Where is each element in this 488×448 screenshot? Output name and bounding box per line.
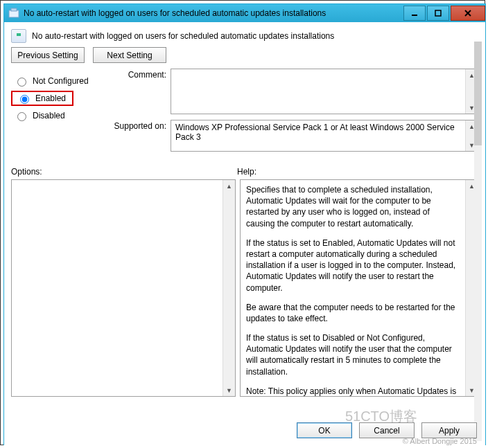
previous-setting-button[interactable]: Previous Setting xyxy=(11,47,85,63)
help-paragraph: If the status is set to Enabled, Automat… xyxy=(246,238,460,294)
titlebar: No auto-restart with logged on users for… xyxy=(4,4,485,22)
state-radio-group: Not Configured Enabled Disabled xyxy=(11,69,104,152)
radio-disabled-input[interactable] xyxy=(17,112,26,121)
svg-rect-1 xyxy=(11,8,17,11)
help-panel: Specifies that to complete a scheduled i… xyxy=(240,179,478,397)
radio-not-configured[interactable]: Not Configured xyxy=(11,74,104,88)
supported-on-text: Windows XP Professional Service Pack 1 o… xyxy=(171,120,465,151)
radio-not-configured-label: Not Configured xyxy=(33,76,89,86)
comment-label: Comment: xyxy=(108,69,166,80)
policy-name: No auto-restart with logged on users for… xyxy=(32,31,334,41)
options-panel: ▲ ▼ xyxy=(11,179,236,397)
scroll-down-icon[interactable]: ▼ xyxy=(223,384,235,396)
dialog-window: No auto-restart with logged on users for… xyxy=(3,3,486,445)
close-button[interactable] xyxy=(451,6,485,21)
supported-on-field: Windows XP Professional Service Pack 1 o… xyxy=(171,120,478,152)
app-icon xyxy=(8,8,19,19)
comment-input[interactable] xyxy=(171,69,465,114)
help-text: Specifies that to complete a scheduled i… xyxy=(241,180,465,396)
dialog-content: No auto-restart with logged on users for… xyxy=(6,22,484,444)
ok-button[interactable]: OK xyxy=(297,422,352,438)
radio-disabled[interactable]: Disabled xyxy=(11,109,104,123)
window-title: No auto-restart with logged on users for… xyxy=(24,8,402,18)
options-scrollbar[interactable]: ▲ ▼ xyxy=(223,180,235,396)
policy-icon xyxy=(11,29,26,43)
maximize-button[interactable] xyxy=(427,6,449,21)
apply-button[interactable]: Apply xyxy=(421,422,477,438)
cancel-button[interactable]: Cancel xyxy=(359,422,415,438)
options-label: Options: xyxy=(11,167,237,177)
help-paragraph: Specifies that to complete a scheduled i… xyxy=(246,184,460,229)
help-paragraph: Note: This policy applies only when Auto… xyxy=(246,386,460,396)
window-scrollbar[interactable] xyxy=(474,42,482,441)
radio-enabled-input[interactable] xyxy=(20,95,29,104)
next-setting-button[interactable]: Next Setting xyxy=(93,47,166,63)
scroll-up-icon[interactable]: ▲ xyxy=(223,180,235,192)
supported-on-label: Supported on: xyxy=(108,120,166,131)
minimize-button[interactable] xyxy=(403,6,426,21)
radio-enabled[interactable]: Enabled xyxy=(11,91,73,106)
dialog-buttons: OK Cancel Apply xyxy=(297,422,477,438)
options-panel-inner xyxy=(12,180,223,396)
radio-enabled-label: Enabled xyxy=(35,93,66,103)
help-paragraph: Be aware that the computer needs to be r… xyxy=(246,302,460,324)
help-paragraph: If the status is set to Disabled or Not … xyxy=(246,332,460,377)
help-label: Help: xyxy=(237,167,256,177)
radio-disabled-label: Disabled xyxy=(33,111,65,120)
svg-rect-3 xyxy=(435,10,441,16)
radio-not-configured-input[interactable] xyxy=(17,78,26,87)
comment-field-wrapper: ▲ ▼ xyxy=(171,69,478,114)
